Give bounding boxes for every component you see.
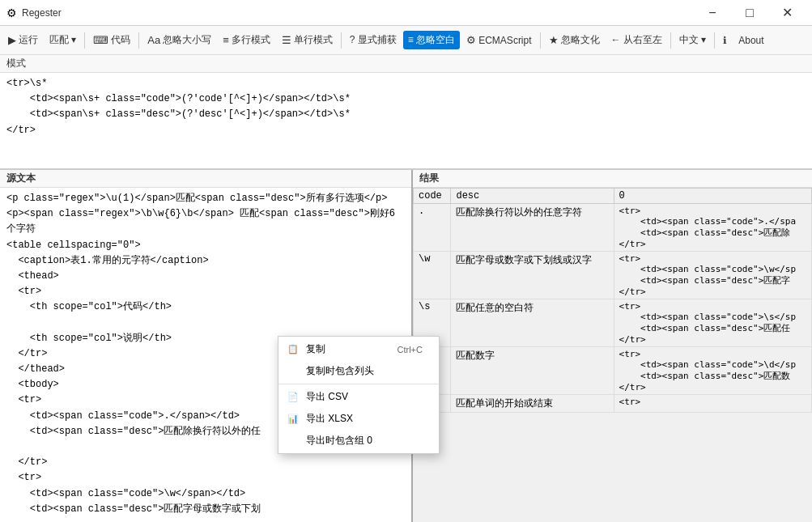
close-button[interactable]: ✕ [768, 0, 806, 26]
pattern-line: <tr>\s* [6, 76, 806, 91]
export-csv-label: 导出 CSV [306, 390, 348, 404]
star-icon: ★ [549, 34, 559, 46]
lang-button[interactable]: 中文 ▾ [674, 31, 711, 49]
cell-desc: 匹配字母或数字或下划线或汉字 [451, 252, 614, 299]
source-line: <p><span class="regex">\b\w{6}\b</span> … [6, 206, 405, 237]
copy-with-header-item[interactable]: 复制时包含列头 [278, 360, 439, 382]
cell-desc: 匹配数字 [451, 347, 614, 395]
singleline-button[interactable]: ☰ 单行模式 [277, 31, 338, 49]
run-icon: ▶ [8, 34, 16, 46]
sep5 [670, 32, 671, 49]
cell-code: \w [414, 252, 451, 299]
source-line: </tr> [6, 455, 405, 470]
window-controls: − □ ✕ [694, 0, 806, 26]
pattern-editor[interactable]: <tr>\s* <td><span\s+ class="code">(?'cod… [0, 73, 812, 170]
results-panel: 结果 code desc 0 .匹配除换行符以外的任意字符<tr> <td><s… [413, 170, 812, 522]
sep1 [84, 32, 85, 49]
about-label: About [738, 35, 763, 46]
export-with-group-label: 导出时包含组 0 [306, 434, 372, 448]
code-button[interactable]: ⌨ 代码 [88, 31, 135, 49]
copy-with-header-icon [287, 365, 300, 378]
source-line: <tr> [6, 284, 405, 299]
run-button[interactable]: ▶ 运行 [3, 31, 43, 49]
context-menu: 📋 复制 Ctrl+C 复制时包含列头 📄 导出 CSV 📊 导出 XLSX 导… [278, 336, 440, 454]
lang-label: 中文 ▾ [679, 33, 706, 47]
display-capture-label: ? 显式捕获 [350, 33, 397, 47]
export-with-group-item[interactable]: 导出时包含组 0 [278, 430, 439, 452]
col-header-code[interactable]: code [414, 189, 451, 204]
sep6 [714, 32, 715, 49]
display-capture-button[interactable]: ? 显式捕获 [345, 31, 402, 49]
multiline-label: 多行模式 [232, 33, 270, 47]
rtl-button[interactable]: ← 从右至左 [606, 31, 667, 49]
col-header-0[interactable]: 0 [614, 189, 811, 204]
mode-bar: 模式 [0, 55, 812, 73]
sep4 [540, 32, 541, 49]
source-line: <tr> [6, 470, 405, 486]
copy-item[interactable]: 📋 复制 Ctrl+C [278, 338, 439, 360]
source-line: <thead> [6, 269, 405, 284]
table-row: .匹配除换行符以外的任意字符<tr> <td><span class="code… [414, 204, 812, 252]
cell-col0: <tr> <td><span class="code">\w</sp <td><… [614, 252, 811, 299]
cell-desc: 匹配任意的空白符 [451, 299, 614, 347]
ignore-case-icon: Aa [147, 34, 160, 46]
source-label: 源文本 [0, 170, 411, 188]
source-line: <td><span class="desc">匹配字母或数字或下划 [6, 502, 405, 517]
context-sep1 [278, 384, 439, 384]
ignore-space-button[interactable]: ≡ 忽略空白 [403, 31, 460, 49]
source-line: <td><span class="code">\w</span></td> [6, 486, 405, 502]
ignore-culture-label: 忽略文化 [561, 33, 600, 47]
pattern-line: </tr> [6, 123, 806, 138]
export-csv-item[interactable]: 📄 导出 CSV [278, 386, 439, 408]
source-line: <th scope="col">代码</th> [6, 299, 405, 315]
cell-col0: <tr> <td><span class="code">.</spa <td><… [614, 204, 811, 252]
toolbar: ▶ 运行 匹配 ▾ ⌨ 代码 Aa 忽略大小写 ≡ 多行模式 ☰ 单行模式 ? … [0, 26, 812, 55]
singleline-label: 单行模式 [294, 33, 333, 47]
minimize-button[interactable]: − [694, 0, 731, 26]
mode-label: 模式 [6, 57, 26, 70]
source-panel: 源文本 <p class="regex">\u(1)</span>匹配<span… [0, 170, 413, 522]
info-button[interactable]: ℹ [718, 32, 732, 49]
maximize-button[interactable]: □ [731, 0, 768, 26]
source-line: <table cellspacing="0"> [6, 238, 405, 253]
export-xlsx-item[interactable]: 📊 导出 XLSX [278, 408, 439, 430]
table-row: \w匹配字母或数字或下划线或汉字<tr> <td><span class="co… [414, 252, 812, 299]
singleline-icon: ☰ [282, 34, 291, 46]
ecma-icon: ⚙ [466, 34, 476, 46]
cell-col0: <tr> <td><span class="code">\d</sp <td><… [614, 347, 811, 395]
source-line [6, 517, 405, 522]
results-table-wrap[interactable]: code desc 0 .匹配除换行符以外的任意字符<tr> <td><span… [413, 188, 812, 522]
app-icon: ⚙ [6, 6, 17, 19]
results-table: code desc 0 .匹配除换行符以外的任意字符<tr> <td><span… [413, 188, 812, 413]
source-line: <p class="regex">\u(1)</span>匹配<span cla… [6, 191, 405, 206]
copy-with-header-label: 复制时包含列头 [306, 364, 374, 378]
cell-desc: 匹配除换行符以外的任意字符 [451, 204, 614, 252]
export-xlsx-label: 导出 XLSX [306, 412, 353, 426]
table-header-row: code desc 0 [414, 189, 812, 204]
source-line: <caption>表1.常用的元字符</caption> [6, 253, 405, 269]
multiline-icon: ≡ [223, 34, 229, 46]
pattern-line: <td><span\s+ class="desc">(?'desc'[^<]+)… [6, 107, 806, 122]
ignore-space-label: ≡ 忽略空白 [408, 33, 455, 47]
match-label: 匹配 ▾ [49, 33, 76, 47]
cell-col0: <tr> <td><span class="code">\s</sp <td><… [614, 299, 811, 347]
app-title: Regester [22, 7, 694, 19]
table-row: \d匹配数字<tr> <td><span class="code">\d</sp… [414, 347, 812, 395]
copy-icon: 📋 [287, 343, 300, 356]
ecma-button[interactable]: ⚙ ECMAScript [461, 32, 536, 49]
content-area: 源文本 <p class="regex">\u(1)</span>匹配<span… [0, 170, 812, 522]
ignore-culture-button[interactable]: ★ 忽略文化 [544, 31, 605, 49]
results-label: 结果 [413, 170, 812, 188]
match-button[interactable]: 匹配 ▾ [45, 31, 81, 49]
rtl-label: ← 从右至左 [611, 33, 662, 47]
code-label: 代码 [111, 33, 130, 47]
multiline-button[interactable]: ≡ 多行模式 [218, 31, 275, 49]
cell-code: . [414, 204, 451, 252]
sep2 [138, 32, 139, 49]
source-line [6, 316, 405, 331]
group-icon [287, 435, 300, 448]
ignore-case-button[interactable]: Aa 忽略大小写 [142, 31, 216, 49]
about-button[interactable]: About [733, 32, 768, 49]
csv-icon: 📄 [287, 391, 300, 404]
col-header-desc[interactable]: desc [451, 189, 614, 204]
